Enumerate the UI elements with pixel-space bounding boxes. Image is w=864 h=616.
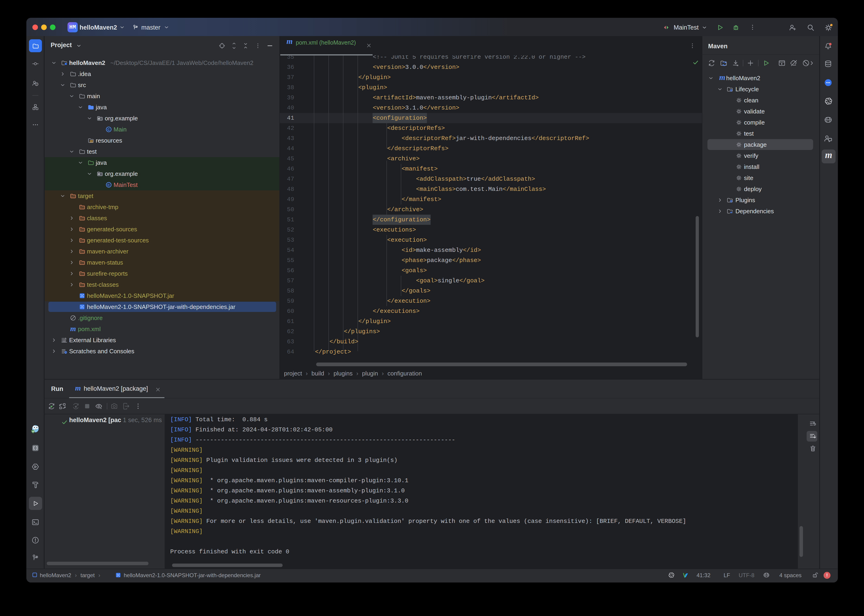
svg-text:C: C [107,127,110,132]
svg-text:?: ? [36,83,38,86]
svg-text:C: C [107,183,110,187]
